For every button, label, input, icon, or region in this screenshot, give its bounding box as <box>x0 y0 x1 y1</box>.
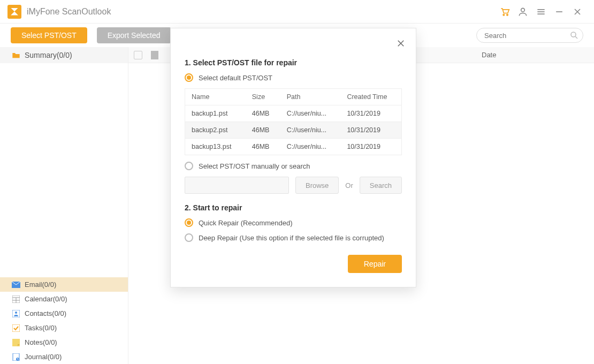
radio-icon <box>185 73 193 82</box>
col-name: Name <box>185 89 246 105</box>
sidebar-item-calendar[interactable]: Calendar(0/0) <box>0 292 128 306</box>
col-created: Created Time <box>340 89 401 105</box>
journal-icon <box>12 353 20 361</box>
cat-label: Email(0/0) <box>25 280 56 289</box>
date-column-header[interactable]: Date <box>482 51 589 59</box>
close-window-icon[interactable] <box>568 3 587 21</box>
sidebar-item-summary[interactable]: Summary(0/0) <box>0 47 128 63</box>
tasks-icon <box>12 324 20 332</box>
svg-point-17 <box>15 312 17 314</box>
app-title: iMyFone ScanOutlook <box>27 7 111 17</box>
cat-label: Journal(0/0) <box>25 353 62 361</box>
radio-icon <box>185 233 193 242</box>
cat-label: Calendar(0/0) <box>25 295 67 303</box>
sidebar-item-contacts[interactable]: Contacts(0/0) <box>0 306 128 321</box>
section-2-title: 2. Start to repair <box>185 203 402 212</box>
svg-rect-18 <box>12 324 20 332</box>
radio-select-default[interactable]: Select default PST/OST <box>185 73 402 82</box>
export-selected-button[interactable]: Export Selected <box>97 27 171 43</box>
search-wrap <box>476 28 583 43</box>
cart-icon[interactable] <box>496 3 514 21</box>
manual-path-input[interactable] <box>185 177 289 194</box>
radio-icon <box>185 218 193 227</box>
modal-close-button[interactable] <box>394 37 407 50</box>
svg-point-1 <box>507 14 508 16</box>
summary-label: Summary(0/0) <box>25 51 72 59</box>
cat-label: Notes(0/0) <box>25 338 57 346</box>
radio-label: Select PST/OST manually or search <box>199 162 310 170</box>
radio-label: Deep Repair (Use this option if the sele… <box>199 234 384 242</box>
browse-button[interactable]: Browse <box>295 177 339 194</box>
minimize-icon[interactable] <box>550 3 568 21</box>
sidebar-item-email[interactable]: Email(0/0) <box>0 277 128 292</box>
radio-quick-repair[interactable]: Quick Repair (Recommended) <box>185 218 402 227</box>
search-input[interactable] <box>476 28 583 43</box>
attachment-col-icon <box>151 51 158 59</box>
repair-button[interactable]: Repair <box>348 255 402 273</box>
table-header-row: Name Size Path Created Time <box>185 89 402 105</box>
radio-icon <box>185 162 193 170</box>
menu-icon[interactable] <box>532 3 550 21</box>
radio-label: Quick Repair (Recommended) <box>199 219 293 227</box>
sidebar-item-notes[interactable]: Notes(0/0) <box>0 335 128 350</box>
cat-label: Contacts(0/0) <box>25 309 66 317</box>
default-files-table: Name Size Path Created Time backup1.pst … <box>185 88 402 155</box>
or-text: Or <box>345 181 353 189</box>
table-row[interactable]: backup2.pst 46MB C://user/niu... 10/31/2… <box>185 122 402 139</box>
section-1-title: 1. Select PST/OST file for repair <box>185 58 402 67</box>
calendar-icon <box>12 295 20 304</box>
search-files-button[interactable]: Search <box>360 177 402 194</box>
notes-icon <box>12 338 20 347</box>
contacts-icon <box>12 309 20 318</box>
radio-select-manual[interactable]: Select PST/OST manually or search <box>185 162 402 170</box>
app-logo <box>7 5 21 19</box>
folder-icon <box>12 51 20 59</box>
table-row[interactable]: backup13.pst 46MB C://user/niu... 10/31/… <box>185 139 402 155</box>
manual-select-row: Browse Or Search <box>185 177 402 194</box>
title-bar: iMyFone ScanOutlook <box>0 0 594 24</box>
modal-footer: Repair <box>185 255 402 273</box>
sidebar-item-journal[interactable]: Journal(0/0) <box>0 350 128 364</box>
svg-point-0 <box>503 14 505 16</box>
select-all-checkbox[interactable] <box>134 51 142 59</box>
sidebar: Summary(0/0) Email(0/0) Calendar(0/0) Co… <box>0 47 128 364</box>
svg-point-9 <box>571 32 576 37</box>
search-icon <box>569 31 579 40</box>
radio-deep-repair[interactable]: Deep Repair (Use this option if the sele… <box>185 233 402 242</box>
svg-line-10 <box>575 36 577 39</box>
radio-label: Select default PST/OST <box>199 74 272 82</box>
col-path: Path <box>280 89 341 105</box>
folder-tree: Summary(0/0) <box>0 47 128 277</box>
col-size: Size <box>246 89 280 105</box>
cat-label: Tasks(0/0) <box>25 324 57 332</box>
select-pst-button[interactable]: Select PST/OST <box>11 27 87 43</box>
select-file-modal: 1. Select PST/OST file for repair Select… <box>170 28 416 287</box>
svg-point-2 <box>521 8 525 12</box>
sidebar-item-tasks[interactable]: Tasks(0/0) <box>0 321 128 335</box>
user-icon[interactable] <box>514 3 532 21</box>
table-row[interactable]: backup1.pst 46MB C://user/niu... 10/31/2… <box>185 105 402 122</box>
category-list: Email(0/0) Calendar(0/0) Contacts(0/0) T… <box>0 277 128 364</box>
email-icon <box>12 280 20 289</box>
